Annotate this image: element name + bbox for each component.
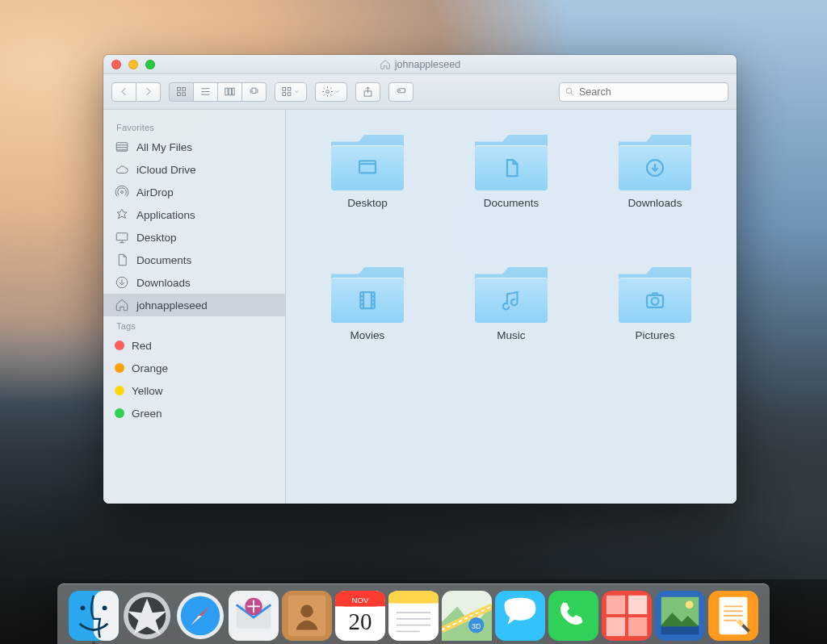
dock-launchpad[interactable] [122,591,172,641]
dock-calendar[interactable]: NOV20 [335,591,385,641]
svg-rect-45 [388,599,439,604]
icon-view-button[interactable] [169,82,194,102]
svg-rect-5 [229,88,231,95]
dock-photo-booth[interactable] [602,591,652,641]
sidebar-item-applications[interactable]: Applications [103,203,285,226]
folder-documents[interactable]: Documents [459,132,564,245]
window-titlebar[interactable]: johnappleseed [103,55,737,74]
svg-rect-7 [252,88,256,93]
svg-rect-53 [628,596,647,614]
svg-rect-59 [661,627,699,635]
svg-point-58 [686,601,694,609]
sidebar-item-home[interactable]: johnappleseed [103,294,285,316]
documents-icon [115,253,129,267]
column-view-button[interactable] [218,82,242,102]
tag-dot-icon [115,408,124,418]
coverflow-view-button[interactable] [242,82,267,102]
airdrop-icon [115,185,129,199]
svg-rect-9 [283,93,286,96]
folder-music[interactable]: Music [459,265,564,378]
list-view-button[interactable] [194,82,218,102]
svg-text:3D: 3D [472,622,481,630]
folder-grid[interactable]: Desktop Documents Downloads Movies Music [286,110,737,504]
cloud-icon [115,162,129,177]
svg-point-27 [81,605,86,610]
sidebar-item-label: Desktop [136,232,177,244]
svg-point-15 [566,88,572,94]
svg-rect-8 [283,88,286,91]
dock-safari[interactable] [175,591,225,641]
sidebar-item-airdrop[interactable]: AirDrop [103,181,285,203]
forward-button[interactable] [136,82,161,102]
svg-rect-2 [178,93,181,96]
sidebar-item-documents[interactable]: Documents [103,249,285,271]
sidebar-item-all-my-files[interactable]: All My Files [103,136,285,158]
dock-maps[interactable]: 3D [442,591,492,641]
folder-label: Pictures [636,329,675,341]
sidebar-item-label: Yellow [132,385,163,397]
sidebar-item-downloads[interactable]: Downloads [103,271,285,294]
tag-yellow[interactable]: Yellow [103,379,285,402]
nav-buttons [111,82,161,102]
folder-icon [619,265,691,323]
applications-icon [115,207,129,222]
desktop-wallpaper: johnappleseed [0,0,827,644]
svg-rect-11 [288,93,291,96]
svg-rect-0 [178,88,181,91]
tag-green[interactable]: Green [103,402,285,424]
sidebar-item-label: johnappleseed [136,299,208,312]
finder-window: johnappleseed [103,55,737,504]
tag-orange[interactable]: Orange [103,357,285,379]
folder-label: Downloads [628,197,682,209]
minimize-button[interactable] [128,60,138,69]
search-field[interactable] [559,82,728,102]
all-my-files-icon [115,140,129,154]
folder-label: Music [497,329,525,341]
dock-mail[interactable] [229,591,279,641]
action-button[interactable] [315,82,347,102]
folder-downloads[interactable]: Downloads [602,132,707,245]
sidebar-item-desktop[interactable]: Desktop [103,226,285,249]
tag-red[interactable]: Red [103,334,285,357]
folder-pictures[interactable]: Pictures [602,265,707,378]
svg-rect-55 [628,617,647,636]
window-title: johnappleseed [380,59,460,70]
desktop-icon [115,230,129,245]
dock-finder[interactable] [69,591,119,641]
home-icon [380,59,391,70]
zoom-button[interactable] [145,60,155,69]
sidebar-item-label: Red [132,340,152,352]
folder-label: Documents [484,197,539,209]
svg-point-28 [103,605,107,610]
folder-icon [475,132,548,190]
dock-facetime[interactable] [548,591,598,641]
dock-notes[interactable] [388,591,439,641]
sidebar: Favorites All My Files iCloud Drive AirD… [103,110,286,504]
dock-messages[interactable] [495,591,545,641]
edit-tags-button[interactable] [388,82,414,102]
dock-contacts[interactable] [282,591,332,641]
svg-rect-6 [233,88,235,95]
view-buttons [169,82,267,102]
sidebar-item-icloud[interactable]: iCloud Drive [103,158,285,181]
back-button[interactable] [111,82,136,102]
sidebar-item-label: Applications [136,209,195,221]
svg-text:20: 20 [348,608,372,634]
dock-pages[interactable] [708,591,758,641]
svg-rect-18 [116,233,128,240]
close-button[interactable] [111,60,121,69]
sidebar-item-label: Orange [132,362,168,374]
toolbar [103,74,737,110]
svg-point-12 [326,90,330,94]
folder-desktop[interactable]: Desktop [315,132,420,245]
arrange-button[interactable] [275,82,307,102]
folder-movies[interactable]: Movies [315,265,420,378]
folder-icon [331,265,404,323]
svg-rect-54 [607,617,625,636]
dock-iphoto[interactable] [655,591,705,641]
svg-rect-26 [94,591,119,641]
sidebar-item-label: Downloads [136,277,191,289]
share-button[interactable] [355,82,380,102]
search-input[interactable] [579,86,723,98]
svg-rect-20 [359,161,376,173]
